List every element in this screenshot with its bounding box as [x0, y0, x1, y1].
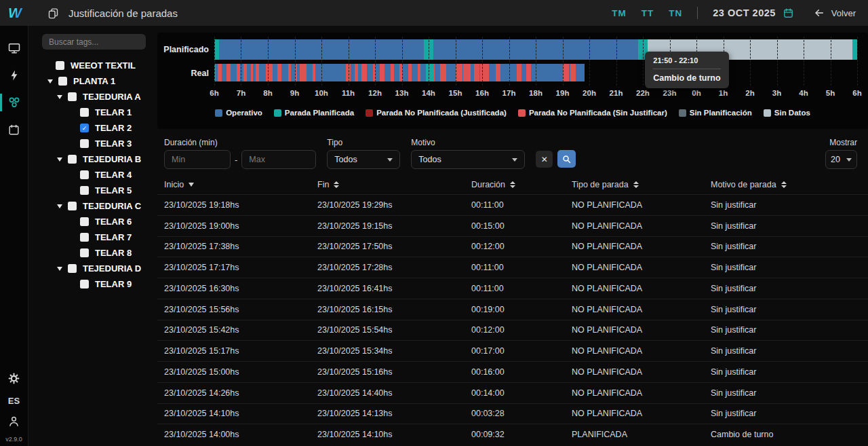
column-header-motivo-de-parada[interactable]: Motivo de parada	[704, 180, 868, 189]
x-tick-label: 2h	[745, 89, 754, 97]
search-button[interactable]	[557, 150, 576, 168]
checkbox-tejeduria-c[interactable]	[68, 202, 77, 210]
checkbox-tejeduria-a[interactable]	[68, 92, 77, 101]
table-row[interactable]: 23/10/2025 19:18hs23/10/2025 19:29hs00:1…	[157, 194, 868, 215]
x-tick-label: 0h	[692, 89, 701, 97]
shift-toggle-tt[interactable]: TT	[642, 8, 654, 18]
mostrar-select[interactable]: 20	[825, 150, 857, 169]
checkbox-telar-4[interactable]	[80, 170, 89, 179]
expander-icon[interactable]	[57, 95, 68, 99]
shift-toggle-tm[interactable]: TM	[612, 8, 627, 18]
clear-filters-button[interactable]: ✕	[536, 151, 553, 168]
cell-duraci-n: 00:12:00	[465, 242, 565, 251]
calendar-icon[interactable]	[0, 116, 28, 143]
rail-footer: ES v2.9.0	[0, 365, 28, 446]
bolt-icon[interactable]	[0, 62, 28, 89]
pages-copy-icon[interactable]	[47, 7, 59, 19]
table-row[interactable]: 23/10/2025 15:56hs23/10/2025 16:15hs00:1…	[157, 299, 868, 320]
tree-item-telar-4[interactable]: TELAR 4	[28, 167, 157, 183]
tree-item-telar-7[interactable]: TELAR 7	[28, 229, 157, 245]
table-row[interactable]: 23/10/2025 16:30hs23/10/2025 16:41hs00:1…	[157, 278, 868, 299]
search-tags-input[interactable]	[42, 34, 146, 50]
tree-item-tejeduria-c[interactable]: TEJEDURIA C	[28, 198, 157, 214]
checkbox-telar-8[interactable]	[80, 248, 89, 257]
tree-item-telar-9[interactable]: TELAR 9	[28, 276, 157, 292]
topbar-divider	[697, 7, 698, 19]
segment-parada_no_planificada_sin_justificar	[526, 64, 532, 81]
table-row[interactable]: 23/10/2025 15:42hs23/10/2025 15:54hs00:1…	[157, 320, 868, 341]
checkbox-weeot-textil[interactable]	[56, 61, 64, 70]
sort-icon	[781, 181, 787, 188]
motivo-select[interactable]: Todos	[411, 150, 525, 169]
shift-toggle-tn[interactable]: TN	[669, 8, 682, 18]
segment-parada_no_planificada_sin_justificar	[361, 64, 367, 81]
hour-gridline	[402, 37, 403, 86]
expander-icon[interactable]	[57, 157, 68, 162]
table-row[interactable]: 23/10/2025 19:00hs23/10/2025 19:15hs00:1…	[157, 215, 868, 236]
tree-item-planta-1[interactable]: PLANTA 1	[28, 73, 157, 89]
tree-item-tejeduria-a[interactable]: TEJEDURIA A	[28, 89, 157, 105]
weeot-logo[interactable]: W	[8, 5, 28, 21]
segment-parada_no_planificada_sin_justificar	[251, 64, 253, 81]
tree-item-telar-5[interactable]: TELAR 5	[28, 183, 157, 198]
checkbox-planta-1[interactable]	[58, 77, 67, 86]
cell-fin: 23/10/2025 14:13hs	[311, 409, 465, 418]
table-row[interactable]: 23/10/2025 15:00hs23/10/2025 15:16hs00:1…	[157, 361, 868, 382]
duracion-max-input[interactable]	[241, 150, 316, 169]
tree-item-tejeduria-d[interactable]: TEJEDURIA D	[28, 261, 157, 276]
checkbox-telar-7[interactable]	[80, 233, 89, 242]
table-row[interactable]: 23/10/2025 14:00hs23/10/2025 14:10hs00:0…	[157, 424, 868, 445]
arrow-left-icon	[813, 7, 825, 18]
tipo-select[interactable]: Todos	[327, 150, 400, 169]
tree-item-tejeduria-b[interactable]: TEJEDURIA B	[28, 151, 157, 167]
checkbox-telar-6[interactable]	[80, 217, 89, 226]
expander-icon[interactable]	[57, 267, 68, 271]
column-header-duraci-n[interactable]: Duración	[465, 180, 565, 189]
duracion-min-input[interactable]	[164, 150, 231, 169]
column-header-inicio[interactable]: Inicio	[157, 180, 311, 189]
cell-tipo-de-parada: NO PLANIFICADA	[565, 305, 704, 314]
checkbox-telar-3[interactable]	[80, 139, 89, 148]
expander-icon[interactable]	[47, 79, 58, 83]
tree-item-label: TELAR 4	[95, 170, 132, 180]
tree-item-telar-1[interactable]: TELAR 1	[28, 105, 157, 120]
calendar-picker-icon[interactable]	[783, 7, 794, 19]
machines-icon[interactable]	[0, 89, 28, 116]
table-row[interactable]: 23/10/2025 14:26hs23/10/2025 14:40hs00:1…	[157, 382, 868, 403]
column-header-fin[interactable]: Fin	[311, 180, 465, 189]
checkbox-telar-5[interactable]	[80, 186, 89, 195]
table-body: 23/10/2025 19:18hs23/10/2025 19:29hs00:1…	[157, 194, 868, 445]
legend-item-operativo: Operativo	[215, 109, 262, 117]
cell-motivo-de-parada: Sin justificar	[704, 221, 868, 231]
table-row[interactable]: 23/10/2025 14:10hs23/10/2025 14:13hs00:0…	[157, 403, 868, 424]
hour-gridline	[375, 37, 376, 86]
tree-item-telar-3[interactable]: TELAR 3	[28, 136, 157, 151]
checkbox-telar-2[interactable]: ✓	[80, 124, 89, 132]
cell-tipo-de-parada: NO PLANIFICADA	[565, 388, 704, 398]
language-selector[interactable]: ES	[8, 396, 20, 406]
hour-gridline	[857, 37, 858, 86]
tree-item-telar-2[interactable]: ✓TELAR 2	[28, 120, 157, 136]
table-row[interactable]: 23/10/2025 15:17hs23/10/2025 15:34hs00:1…	[157, 340, 868, 361]
cell-motivo-de-parada: Sin justificar	[704, 388, 868, 398]
column-header-tipo-de-parada[interactable]: Tipo de parada	[565, 180, 704, 189]
legend-item-parada-planificada: Parada Planificada	[274, 109, 354, 117]
checkbox-tejeduria-b[interactable]	[68, 155, 77, 164]
tree-item-telar-6[interactable]: TELAR 6	[28, 214, 157, 229]
tree-item-telar-8[interactable]: TELAR 8	[28, 245, 157, 261]
page-title: Justificación de paradas	[68, 7, 178, 19]
monitor-icon[interactable]	[0, 35, 28, 62]
gear-icon[interactable]	[0, 365, 28, 392]
tree-item-weeot-textil[interactable]: WEEOT TEXTIL	[28, 58, 157, 73]
checkbox-telar-9[interactable]	[80, 280, 89, 289]
table-row[interactable]: 23/10/2025 17:38hs23/10/2025 17:50hs00:1…	[157, 236, 868, 257]
cell-duraci-n: 00:15:00	[465, 221, 565, 231]
expander-icon[interactable]	[57, 204, 68, 208]
cell-tipo-de-parada: NO PLANIFICADA	[565, 221, 704, 231]
user-icon[interactable]	[0, 411, 28, 430]
checkbox-tejeduria-d[interactable]	[68, 264, 77, 273]
table-row[interactable]: 23/10/2025 17:17hs23/10/2025 17:28hs00:1…	[157, 257, 868, 278]
back-button[interactable]: Volver	[813, 7, 856, 18]
checkbox-telar-1[interactable]	[80, 108, 89, 117]
cell-duraci-n: 00:03:28	[465, 409, 565, 418]
